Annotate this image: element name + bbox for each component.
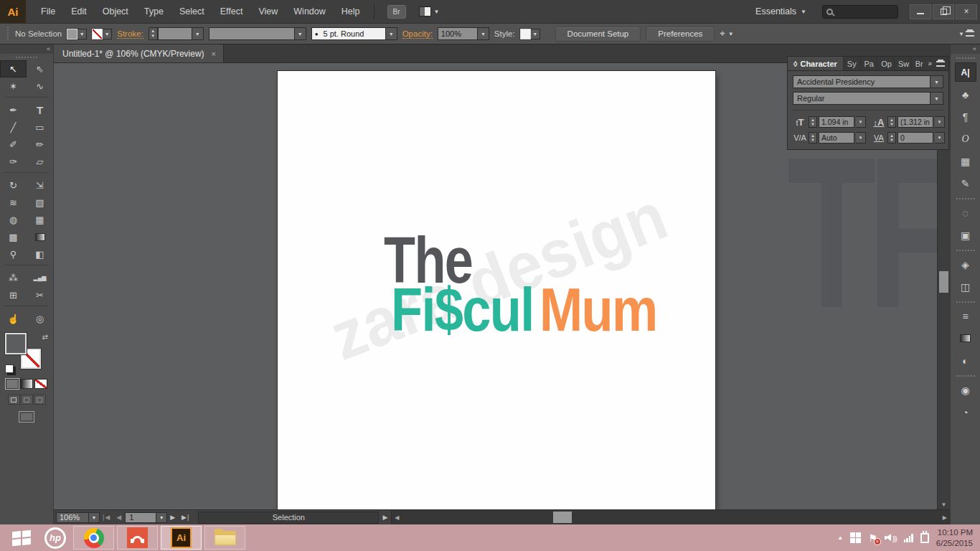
illustrator-taskbar-button[interactable]: Ai	[161, 526, 202, 550]
tab-opentype[interactable]: Op	[877, 57, 894, 70]
tab-character[interactable]: ◊ Character	[788, 57, 843, 70]
brushes-panel-icon[interactable]: ✎	[955, 174, 976, 193]
gradient-button[interactable]	[20, 379, 33, 389]
stroke-weight-control[interactable]: ▲▼ ▼	[149, 27, 204, 40]
swap-fill-stroke-icon[interactable]: ⇄	[42, 333, 48, 341]
chevron-down-icon[interactable]: ▼	[386, 27, 397, 40]
chevron-down-icon[interactable]: ▼	[930, 75, 943, 88]
draw-normal-button[interactable]	[8, 395, 20, 405]
action-center-icon[interactable]: ⚑×	[868, 532, 877, 544]
chevron-down-icon[interactable]: ▼	[295, 27, 306, 40]
selection-panel-icon[interactable]: ◌	[955, 203, 976, 222]
file-explorer-taskbar-button[interactable]	[204, 526, 245, 550]
chevron-down-icon[interactable]: ▼	[856, 132, 866, 143]
magic-wand-tool[interactable]: ✶	[0, 77, 27, 95]
workspace-switcher[interactable]: Essentials ▼	[755, 6, 806, 17]
chevron-down-icon[interactable]: ▼	[930, 92, 943, 105]
line-segment-tool[interactable]: ╱	[0, 118, 27, 136]
type-tool[interactable]: T	[27, 101, 53, 118]
variable-width-profile-dropdown[interactable]: ▼	[209, 27, 306, 40]
network-signal-icon[interactable]	[904, 534, 913, 542]
artboard-tool[interactable]: ⊞	[0, 286, 27, 303]
stepper-icon[interactable]: ▲▼	[809, 116, 817, 128]
color-panel-icon[interactable]: ◉	[955, 380, 976, 400]
style-dropdown[interactable]: ▼	[520, 29, 540, 39]
start-button[interactable]	[4, 524, 39, 551]
chevron-down-icon[interactable]: ▼	[103, 29, 112, 39]
hand-tool[interactable]: ☝	[0, 310, 27, 327]
stroke-label[interactable]: Stroke:	[117, 29, 143, 39]
stepper-icon[interactable]: ▲▼	[809, 132, 817, 143]
stroke-color-control[interactable]: ▼	[92, 29, 112, 39]
mesh-tool[interactable]: ▩	[0, 228, 27, 245]
menu-effect[interactable]: Effect	[212, 0, 251, 23]
slice-tool[interactable]: ✂	[27, 286, 53, 303]
tab-symbols[interactable]: Sy	[843, 57, 860, 70]
tab-swatches[interactable]: Sw	[894, 57, 911, 70]
font-size-value[interactable]: 1.094 in	[819, 116, 854, 128]
artboard-number-value[interactable]: 1	[125, 512, 156, 523]
tabs-panel-icon[interactable]: ▦	[955, 151, 976, 171]
align-glyph-control[interactable]: ⌖ ▼	[720, 28, 733, 39]
screen-mode-button[interactable]	[19, 411, 34, 423]
kerning-value[interactable]: Auto	[819, 132, 854, 143]
draw-behind-button[interactable]	[21, 395, 33, 405]
stepper-icon[interactable]: ▲▼	[887, 116, 896, 128]
horizontal-scrollbar[interactable]: ◀ ▶	[391, 510, 950, 524]
color-guide-panel-icon[interactable]: ◔	[955, 402, 976, 422]
transparency-panel-icon[interactable]: ◐	[955, 351, 976, 370]
blob-brush-tool[interactable]: ✑	[0, 153, 27, 170]
tracking-value[interactable]: 0	[897, 132, 933, 143]
last-artboard-button[interactable]: ▶|	[182, 514, 189, 521]
panel-menu-icon[interactable]	[936, 61, 945, 67]
opacity-value[interactable]: 100%	[438, 27, 478, 40]
selection-tool[interactable]: ↖	[0, 60, 27, 77]
arrange-documents-button[interactable]: ▼	[419, 6, 440, 17]
leading-value[interactable]: (1.312 in	[897, 116, 933, 128]
document-setup-button[interactable]: Document Setup	[555, 27, 641, 42]
scroll-left-icon[interactable]: ◀	[395, 510, 399, 524]
gradient-tool[interactable]	[27, 228, 53, 245]
scale-tool[interactable]: ⇲	[27, 176, 53, 194]
chevron-down-icon[interactable]: ▼	[531, 29, 540, 39]
layers-panel-icon[interactable]: ◈	[955, 255, 976, 274]
direct-selection-tool[interactable]: ⇖	[27, 60, 53, 77]
tray-clock[interactable]: 10:10 PM 6/25/2015	[936, 527, 973, 549]
control-panel-menu-icon[interactable]: ▼	[958, 31, 974, 37]
search-input[interactable]	[837, 7, 894, 16]
chevron-down-icon[interactable]: ▼	[156, 512, 167, 523]
volume-icon[interactable]: )))	[885, 533, 897, 542]
pencil-tool[interactable]: ✏	[27, 136, 53, 153]
default-fill-stroke-icon[interactable]	[5, 364, 14, 373]
menu-edit[interactable]: Edit	[63, 0, 95, 23]
width-profile-value[interactable]	[209, 27, 295, 40]
opacity-dropdown[interactable]: 100% ▼	[438, 27, 489, 40]
tab-paragraph[interactable]: Pa	[860, 57, 877, 70]
scroll-right-icon[interactable]: ▶	[943, 510, 947, 524]
fill-swatch[interactable]	[5, 333, 27, 354]
pathfinder-panel-icon[interactable]: ◫	[955, 277, 976, 296]
chevron-down-icon[interactable]: ▼	[77, 29, 87, 39]
chevron-down-icon[interactable]: ▼	[192, 27, 204, 40]
stroke-panel-icon[interactable]: ≡	[955, 306, 976, 326]
menu-object[interactable]: Object	[95, 0, 136, 23]
panel-grip-icon[interactable]	[6, 27, 10, 41]
zoom-level-value[interactable]: 106%	[56, 512, 89, 523]
brush-value[interactable]: ● 5 pt. Round	[311, 27, 386, 40]
artboards-panel-icon[interactable]: ▣	[955, 225, 976, 245]
close-button[interactable]: ×	[956, 4, 977, 19]
next-artboard-button[interactable]: ▶	[170, 514, 176, 521]
menu-file[interactable]: File	[33, 0, 63, 23]
previous-artboard-button[interactable]: ◀	[116, 514, 122, 521]
music-taskbar-button[interactable]	[117, 526, 158, 550]
chevron-down-icon[interactable]: ▼	[478, 27, 489, 40]
horizontal-scrollbar-thumb[interactable]	[553, 512, 572, 523]
tab-brushes[interactable]: Br	[911, 57, 928, 70]
document-tab[interactable]: Untitled-1* @ 106% (CMYK/Preview) ×	[54, 44, 224, 62]
eyedropper-tool[interactable]: ⚲	[0, 245, 27, 263]
close-icon[interactable]: ×	[212, 50, 216, 58]
menu-select[interactable]: Select	[171, 0, 212, 23]
restore-button[interactable]	[933, 4, 954, 19]
power-plug-icon[interactable]	[920, 533, 929, 543]
zoom-level-dropdown[interactable]: 106% ▼	[56, 512, 100, 523]
